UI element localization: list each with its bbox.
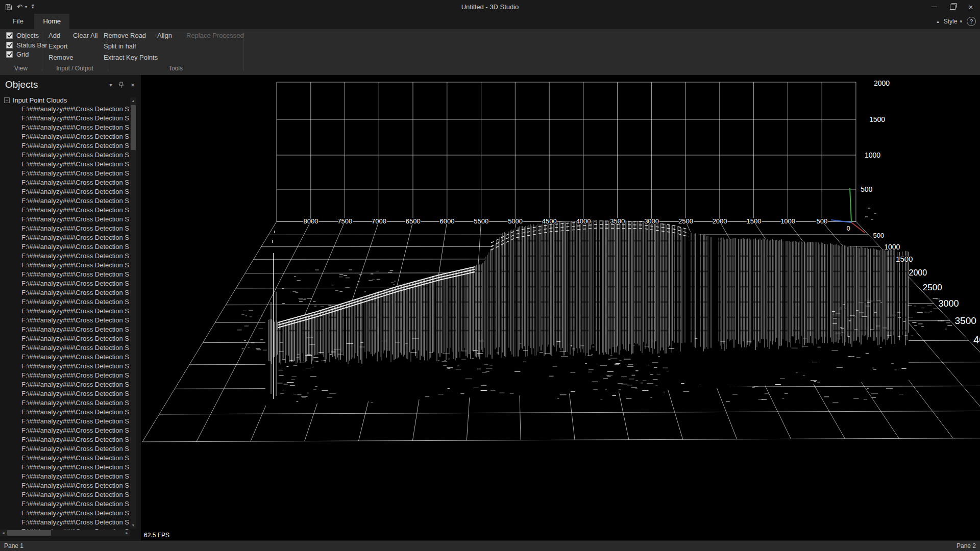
- tree-item[interactable]: F:\###analyzy###\Cross Detection Syst: [0, 435, 129, 444]
- clear-all-button[interactable]: Clear All: [73, 32, 97, 40]
- export-button[interactable]: Export: [48, 42, 68, 51]
- viewport-3d[interactable]: 8000750070006500600055005000450040003500…: [141, 75, 980, 540]
- tree-item[interactable]: F:\###analyzy###\Cross Detection Syst: [0, 490, 129, 499]
- checkbox-grid[interactable]: Grid: [6, 51, 29, 58]
- tree-item[interactable]: F:\###analyzy###\Cross Detection Syst: [0, 316, 129, 325]
- tree-item[interactable]: F:\###analyzy###\Cross Detection Syst: [0, 233, 129, 242]
- panel-close-icon[interactable]: ×: [131, 81, 135, 89]
- panel-menu-icon[interactable]: ▾: [109, 82, 112, 88]
- scroll-left-icon[interactable]: ◄: [0, 530, 7, 536]
- tree-item[interactable]: F:\###analyzy###\Cross Detection Syst: [0, 206, 129, 215]
- scrollbar-thumb[interactable]: [131, 105, 136, 150]
- remove-road-button[interactable]: Remove Road: [104, 32, 146, 40]
- tree-item[interactable]: F:\###analyzy###\Cross Detection Syst: [0, 307, 129, 316]
- tree-item[interactable]: F:\###analyzy###\Cross Detection Syst: [0, 187, 129, 196]
- tree-item[interactable]: F:\###analyzy###\Cross Detection Syst: [0, 132, 129, 141]
- scroll-down-icon[interactable]: ▼: [130, 522, 136, 529]
- tree-item[interactable]: F:\###analyzy###\Cross Detection Syst: [0, 270, 129, 279]
- tree-item[interactable]: F:\###analyzy###\Cross Detection Syst: [0, 398, 129, 408]
- close-button[interactable]: ×: [962, 0, 980, 14]
- svg-text:2500: 2500: [923, 283, 942, 292]
- group-label-input-output: Input / Output: [42, 65, 108, 72]
- checkbox-box[interactable]: [6, 42, 13, 48]
- tree-item[interactable]: F:\###analyzy###\Cross Detection Syst: [0, 114, 129, 123]
- split-in-half-button[interactable]: Split in half: [104, 42, 136, 51]
- tree-item[interactable]: F:\###analyzy###\Cross Detection Syst: [0, 160, 129, 169]
- svg-text:3500: 3500: [955, 315, 976, 326]
- save-button[interactable]: [5, 0, 12, 14]
- tree-item[interactable]: F:\###analyzy###\Cross Detection Syst: [0, 169, 129, 178]
- tree-item[interactable]: F:\###analyzy###\Cross Detection Syst: [0, 444, 129, 454]
- tree-item[interactable]: F:\###analyzy###\Cross Detection Syst: [0, 463, 129, 472]
- tree-item[interactable]: F:\###analyzy###\Cross Detection Syst: [0, 343, 129, 353]
- tree-item[interactable]: F:\###analyzy###\Cross Detection Syst: [0, 334, 129, 343]
- tree-item[interactable]: F:\###analyzy###\Cross Detection Syst: [0, 518, 129, 527]
- viewport-canvas[interactable]: 8000750070006500600055005000450040003500…: [141, 75, 980, 540]
- tree-item[interactable]: F:\###analyzy###\Cross Detection Syst: [0, 141, 129, 151]
- save-icon: [5, 4, 12, 11]
- tree-item[interactable]: F:\###analyzy###\Cross Detection Syst: [0, 261, 129, 270]
- tree-vertical-scrollbar[interactable]: ▲ ▼: [130, 97, 136, 529]
- style-dropdown[interactable]: Style ▾: [944, 18, 962, 25]
- tree-item[interactable]: F:\###analyzy###\Cross Detection Syst: [0, 123, 129, 132]
- replace-processed-button: Replace Processed: [186, 32, 244, 40]
- tree-item[interactable]: F:\###analyzy###\Cross Detection Syst: [0, 325, 129, 334]
- tree-item[interactable]: F:\###analyzy###\Cross Detection Syst: [0, 499, 129, 509]
- tree-item[interactable]: F:\###analyzy###\Cross Detection Syst: [0, 408, 129, 417]
- tree-item[interactable]: F:\###analyzy###\Cross Detection Syst: [0, 252, 129, 261]
- tree-item[interactable]: F:\###analyzy###\Cross Detection Syst: [0, 279, 129, 288]
- window-title: Untitled - 3D Studio: [0, 0, 980, 14]
- tree-item[interactable]: F:\###analyzy###\Cross Detection Syst: [0, 454, 129, 463]
- tree-item[interactable]: F:\###analyzy###\Cross Detection Syst: [0, 297, 129, 307]
- tree-item[interactable]: F:\###analyzy###\Cross Detection Syst: [0, 151, 129, 160]
- tree-item[interactable]: F:\###analyzy###\Cross Detection Syst: [0, 371, 129, 380]
- svg-text:1000: 1000: [884, 243, 900, 251]
- tab-file[interactable]: File: [4, 14, 32, 29]
- svg-text:4000: 4000: [973, 334, 980, 345]
- collapse-icon[interactable]: −: [4, 97, 10, 103]
- checkbox-box[interactable]: [6, 51, 13, 58]
- checkbox-status-bar[interactable]: Status Bar: [6, 41, 47, 48]
- tree-item[interactable]: F:\###analyzy###\Cross Detection Syst: [0, 389, 129, 398]
- tree-horizontal-scrollbar[interactable]: ◄ ►: [0, 530, 130, 536]
- maximize-button[interactable]: [943, 0, 962, 14]
- tab-home[interactable]: Home: [34, 14, 69, 29]
- tree-item[interactable]: F:\###analyzy###\Cross Detection Syst: [0, 224, 129, 233]
- tree-item[interactable]: F:\###analyzy###\Cross Detection Syst: [0, 481, 129, 490]
- tree-item[interactable]: F:\###analyzy###\Cross Detection Syst: [0, 426, 129, 435]
- undo-dropdown-icon[interactable]: ▾: [25, 5, 27, 9]
- tree-item[interactable]: F:\###analyzy###\Cross Detection Syst: [0, 353, 129, 362]
- scroll-right-icon[interactable]: ►: [124, 530, 130, 536]
- tree-item[interactable]: F:\###analyzy###\Cross Detection Syst: [0, 178, 129, 187]
- minimize-icon: [932, 7, 937, 7]
- tree-item[interactable]: F:\###analyzy###\Cross Detection Syst: [0, 242, 129, 252]
- checkbox-objects[interactable]: Objects: [6, 32, 39, 39]
- tree-item[interactable]: F:\###analyzy###\Cross Detection Syst: [0, 105, 129, 114]
- tree-item[interactable]: F:\###analyzy###\Cross Detection Syst: [0, 417, 129, 426]
- align-button[interactable]: Align: [157, 32, 172, 40]
- tree-item[interactable]: F:\###analyzy###\Cross Detection Syst: [0, 215, 129, 224]
- tree-item[interactable]: F:\###analyzy###\Cross Detection Syst: [0, 362, 129, 371]
- tree-item[interactable]: F:\###analyzy###\Cross Detection Syst: [0, 472, 129, 481]
- undo-button[interactable]: ↶: [17, 0, 22, 14]
- tree-item[interactable]: F:\###analyzy###\Cross Detection Syst: [0, 509, 129, 518]
- tree-root-input-point-clouds[interactable]: − Input Point Clouds: [0, 95, 67, 105]
- extract-key-points-button[interactable]: Extract Key Points: [104, 54, 158, 62]
- tree-root-label: Input Point Clouds: [13, 96, 67, 104]
- ribbon-collapse-icon[interactable]: ▴: [937, 19, 939, 24]
- customize-toolbar-button[interactable]: ▾: [32, 0, 34, 14]
- panel-title: Objects: [5, 79, 103, 90]
- help-button[interactable]: ?: [967, 17, 976, 26]
- checkbox-label: Grid: [16, 51, 29, 58]
- remove-button[interactable]: Remove: [48, 54, 73, 62]
- tree-item[interactable]: F:\###analyzy###\Cross Detection Syst: [0, 196, 129, 206]
- minimize-button[interactable]: [925, 0, 943, 14]
- scroll-up-icon[interactable]: ▲: [130, 97, 136, 104]
- add-button[interactable]: Add: [48, 32, 60, 40]
- tree-item[interactable]: F:\###analyzy###\Cross Detection Syst: [0, 288, 129, 297]
- pin-icon[interactable]: [118, 82, 124, 88]
- scrollbar-thumb[interactable]: [7, 530, 51, 536]
- checkbox-label: Status Bar: [16, 41, 47, 49]
- checkbox-box[interactable]: [6, 32, 13, 39]
- tree-item[interactable]: F:\###analyzy###\Cross Detection Syst: [0, 380, 129, 389]
